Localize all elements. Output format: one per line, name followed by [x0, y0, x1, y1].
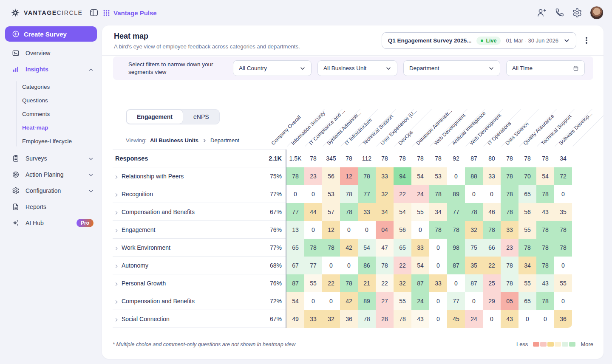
- heatmap-cell[interactable]: 05: [501, 292, 518, 310]
- expand-chevron-icon[interactable]: [114, 174, 119, 179]
- heatmap-cell[interactable]: 33: [483, 167, 501, 185]
- heatmap-cell[interactable]: 35: [554, 203, 572, 221]
- heatmap-cell[interactable]: 87: [411, 274, 429, 292]
- sidebar-item-configuration[interactable]: Configuration: [0, 183, 102, 199]
- heatmap-cell[interactable]: 0: [518, 310, 536, 328]
- heatmap-cell[interactable]: 42: [340, 239, 358, 257]
- sidebar-item-insights[interactable]: Insights: [0, 61, 102, 77]
- heatmap-cell[interactable]: 78: [501, 257, 518, 274]
- heatmap-cell[interactable]: 78: [518, 239, 536, 257]
- heatmap-cell[interactable]: 65: [394, 239, 411, 257]
- category-row-social-connection[interactable]: Social Connection67%: [113, 310, 286, 328]
- heatmap-cell[interactable]: 53: [322, 185, 340, 203]
- phone-icon[interactable]: [554, 8, 564, 18]
- heatmap-cell[interactable]: 55: [518, 221, 536, 239]
- heatmap-cell[interactable]: 78: [322, 239, 340, 257]
- expand-chevron-icon[interactable]: [114, 209, 119, 214]
- heatmap-cell[interactable]: 0: [429, 239, 447, 257]
- heatmap-cell[interactable]: 78: [376, 257, 394, 274]
- survey-selector[interactable]: Q1 Engagement Survey 2025... Live 01 Mar…: [382, 32, 576, 49]
- heatmap-cell[interactable]: 87: [465, 274, 483, 292]
- heatmap-cell[interactable]: 36: [340, 310, 358, 328]
- heatmap-cell[interactable]: 78: [536, 257, 554, 274]
- heatmap-cell[interactable]: 56: [322, 167, 340, 185]
- category-row-personal-growth[interactable]: Personal Growth76%: [113, 274, 286, 292]
- heatmap-cell[interactable]: 77: [304, 257, 322, 274]
- heatmap-cell[interactable]: 43: [536, 274, 554, 292]
- heatmap-cell[interactable]: 78: [429, 221, 447, 239]
- heatmap-cell[interactable]: 55: [304, 274, 322, 292]
- sidebar-item-ai-hub[interactable]: AI HubPro: [0, 215, 102, 231]
- heatmap-cell[interactable]: 32: [376, 185, 394, 203]
- heatmap-cell[interactable]: 0: [483, 310, 501, 328]
- heatmap-cell[interactable]: 54: [411, 257, 429, 274]
- heatmap-cell[interactable]: 65: [286, 239, 304, 257]
- heatmap-cell[interactable]: 78: [536, 185, 554, 203]
- heatmap-cell[interactable]: 24: [411, 185, 429, 203]
- heatmap-cell[interactable]: 24: [411, 292, 429, 310]
- sidebar-collapse-icon[interactable]: [89, 8, 99, 17]
- heatmap-cell[interactable]: 67: [286, 257, 304, 274]
- heatmap-cell[interactable]: 23: [501, 239, 518, 257]
- heatmap-cell[interactable]: 56: [394, 221, 411, 239]
- heatmap-cell[interactable]: 34: [429, 203, 447, 221]
- heatmap-cell[interactable]: 0: [429, 257, 447, 274]
- add-user-icon[interactable]: [536, 8, 547, 18]
- heatmap-cell[interactable]: 78: [340, 185, 358, 203]
- heatmap-cell[interactable]: 0: [322, 257, 340, 274]
- heatmap-cell[interactable]: 78: [501, 185, 518, 203]
- heatmap-cell[interactable]: 87: [447, 257, 465, 274]
- heatmap-cell[interactable]: 0: [322, 292, 340, 310]
- heatmap-cell[interactable]: 78: [501, 167, 518, 185]
- filter-dropdown-all-time[interactable]: All Time: [506, 60, 585, 76]
- expand-chevron-icon[interactable]: [114, 281, 119, 286]
- category-row-compensation-and-benefits[interactable]: Compensation and Benefits67%: [113, 203, 286, 221]
- heatmap-cell[interactable]: 54: [536, 167, 554, 185]
- heatmap-cell[interactable]: 55: [394, 292, 411, 310]
- heatmap-cell[interactable]: 77: [447, 203, 465, 221]
- heatmap-cell[interactable]: 55: [411, 203, 429, 221]
- heatmap-cell[interactable]: 35: [465, 257, 483, 274]
- sidebar-subitem-categories[interactable]: Categories: [0, 80, 102, 93]
- heatmap-cell[interactable]: 0: [536, 310, 554, 328]
- heatmap-cell[interactable]: 53: [429, 167, 447, 185]
- heatmap-cell[interactable]: 0: [554, 257, 572, 274]
- heatmap-cell[interactable]: 55: [518, 274, 536, 292]
- heatmap-cell[interactable]: 65: [518, 292, 536, 310]
- heatmap-cell[interactable]: 34: [376, 203, 394, 221]
- heatmap-cell[interactable]: 0: [465, 185, 483, 203]
- category-row-recognition[interactable]: Recognition77%: [113, 185, 286, 203]
- heatmap-cell[interactable]: 65: [518, 185, 536, 203]
- heatmap-cell[interactable]: 54: [286, 292, 304, 310]
- sidebar-subitem-heat-map[interactable]: Heat-map: [0, 121, 102, 134]
- heatmap-cell[interactable]: 22: [394, 185, 411, 203]
- category-row-work-environment[interactable]: Work Environment77%: [113, 239, 286, 257]
- category-row-relationship-with-peers[interactable]: Relationship with Peers75%: [113, 167, 286, 185]
- heatmap-cell[interactable]: 78: [358, 310, 376, 328]
- heatmap-cell[interactable]: 0: [554, 185, 572, 203]
- heatmap-cell[interactable]: 29: [483, 292, 501, 310]
- create-survey-button[interactable]: Create Survey: [5, 26, 97, 42]
- heatmap-cell[interactable]: 43: [536, 203, 554, 221]
- heatmap-cell[interactable]: 0: [465, 292, 483, 310]
- heatmap-cell[interactable]: 45: [447, 310, 465, 328]
- heatmap-cell[interactable]: 78: [536, 292, 554, 310]
- filter-dropdown-all-country[interactable]: All Country: [233, 60, 312, 76]
- heatmap-cell[interactable]: 88: [465, 167, 483, 185]
- heatmap-cell[interactable]: 54: [358, 239, 376, 257]
- heatmap-cell[interactable]: 0: [340, 257, 358, 274]
- heatmap-cell[interactable]: 0: [340, 221, 358, 239]
- heatmap-cell[interactable]: 78: [429, 185, 447, 203]
- heatmap-cell[interactable]: 78: [554, 239, 572, 257]
- heatmap-cell[interactable]: 56: [518, 203, 536, 221]
- heatmap-cell[interactable]: 94: [394, 167, 411, 185]
- heatmap-cell[interactable]: 33: [429, 274, 447, 292]
- heatmap-cell[interactable]: 78: [483, 221, 501, 239]
- heatmap-cell[interactable]: 78: [501, 274, 518, 292]
- heatmap-cell[interactable]: 27: [376, 292, 394, 310]
- heatmap-cell[interactable]: 0: [304, 185, 322, 203]
- heatmap-cell[interactable]: 04: [376, 221, 394, 239]
- heatmap-cell[interactable]: 33: [304, 310, 322, 328]
- heatmap-cell[interactable]: 32: [394, 274, 411, 292]
- heatmap-cell[interactable]: 0: [358, 221, 376, 239]
